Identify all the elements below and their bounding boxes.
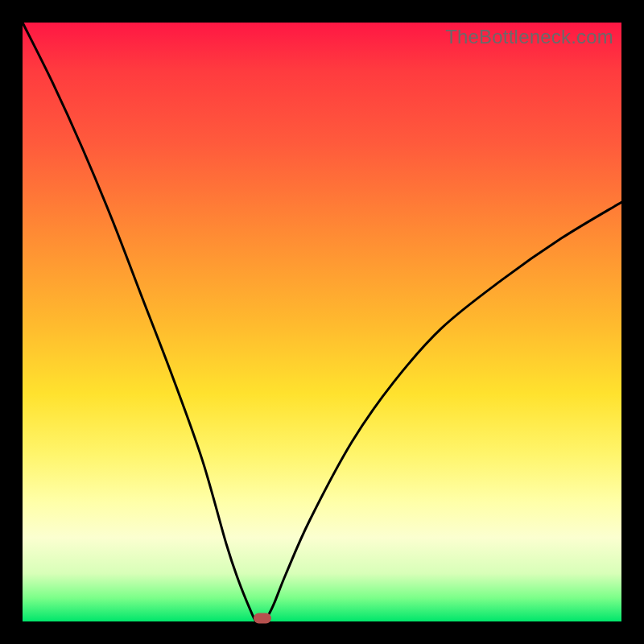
plot-area: TheBottleneck.com	[23, 23, 621, 621]
bottleneck-curve-path	[23, 23, 621, 622]
optimal-point-marker	[254, 613, 271, 624]
outer-frame: TheBottleneck.com	[0, 0, 644, 644]
curve-svg	[23, 23, 621, 621]
